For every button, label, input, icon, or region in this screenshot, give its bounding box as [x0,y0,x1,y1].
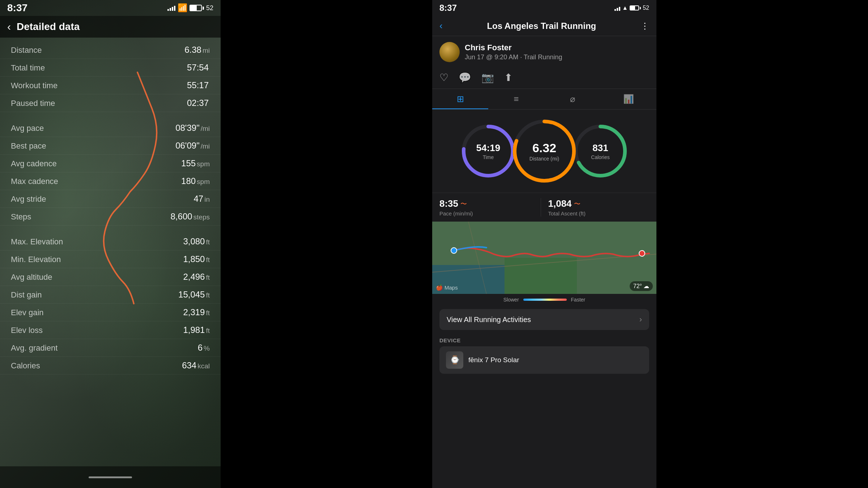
tab-list[interactable]: ≡ [488,89,544,109]
map-route [432,222,656,294]
row-label: Avg cadence [11,159,57,168]
device-image: ⌚ [446,351,463,369]
left-header-title: Detailed data [17,21,80,33]
data-row: Avg pace 08'39"/mi [0,119,221,137]
row-value: 2,496ft [183,272,210,282]
like-button[interactable]: ♡ [439,72,448,84]
distance-label: Distance (mi) [529,156,559,162]
data-row: Best pace 06'09"/mi [0,137,221,155]
row-label: Calories [11,361,40,371]
calories-label: Calories [591,154,609,160]
row-label: Avg. gradient [11,343,58,353]
signal-icon [167,5,175,11]
phone-screen: 8:37 ▲ 52 ‹ Los Angeles Trail Running ⋮ [432,0,656,488]
data-row: Workout time 55:17 [0,77,221,94]
pace-value-row: 8:35 〜 [439,198,541,209]
row-label: Workout time [11,81,58,90]
right-battery-percent: 52 [643,5,649,11]
time-value: 54:19 [476,142,501,154]
device-section-label: DEVICE [439,337,649,343]
ascent-label: Total Ascent (ft) [548,210,650,217]
left-status-time: 8:37 [7,2,27,14]
left-bottom-bar [0,466,221,488]
right-back-button[interactable]: ‹ [439,20,443,31]
left-status-icons: 📶 52 [167,3,213,13]
speed-legend: Slower Faster [432,294,656,305]
row-label: Elev loss [11,326,43,335]
data-row: Max. Elevation 3,080ft [0,233,221,251]
data-row: Calories 634kcal [0,357,221,374]
right-status-icons: ▲ 52 [614,5,649,11]
right-header: ‹ Los Angeles Trail Running ⋮ [432,16,656,36]
row-value: 634kcal [182,360,210,371]
right-status-bar: 8:37 ▲ 52 [432,0,656,16]
user-info: Chris Foster Jun 17 @ 9:20 AM · Trail Ru… [465,43,649,61]
right-status-time: 8:37 [439,3,457,13]
stats-circles: 54:19 Time 6.32 Distance (mi) [432,110,656,193]
row-label: Dist gain [11,290,42,300]
temperature-value: 72° [633,283,642,290]
tab-link[interactable]: ⌀ [544,89,600,109]
weather-badge: 72° ☁ [630,281,653,291]
share-button[interactable]: ⬆ [504,72,512,84]
row-value: 02:37 [187,98,210,108]
row-label: Total time [11,63,45,73]
left-status-bar: 8:37 📶 52 [0,0,221,16]
cloud-icon: ☁ [643,283,649,290]
device-section: DEVICE ⌚ fēnix 7 Pro Solar [432,334,656,377]
watch-icon: ⌚ [450,355,460,365]
time-circle-content: 54:19 Time [476,142,501,160]
battery-percent: 52 [206,4,213,12]
row-label: Distance [11,46,42,55]
distance-circle-content: 6.32 Distance (mi) [529,141,559,162]
ascent-icon: 〜 [574,200,580,208]
apple-maps-badge: 🍎 Maps [436,284,458,291]
calories-circle-content: 831 Calories [591,142,609,160]
row-value: 1,981ft [183,325,210,335]
chevron-right-icon: › [639,315,642,324]
data-row: Avg altitude 2,496ft [0,268,221,286]
row-label: Max cadence [11,177,58,186]
data-row: Max cadence 180spm [0,172,221,190]
data-row: Dist gain 15,045ft [0,286,221,304]
view-all-button[interactable]: View All Running Activities › [439,309,649,330]
apple-icon: 🍎 [436,284,443,291]
pace-item: 8:35 〜 Pace (min/mi) [439,198,541,217]
right-panel: 8:37 ▲ 52 ‹ Los Angeles Trail Running ⋮ [221,0,868,488]
svg-point-12 [639,251,645,256]
view-all-label: View All Running Activities [447,316,531,324]
tab-chart[interactable]: 📊 [600,89,656,109]
row-label: Steps [11,212,31,222]
tab-stats-icon: ⊞ [457,94,464,104]
row-label: Min. Elevation [11,255,61,264]
more-options-button[interactable]: ⋮ [641,21,649,31]
row-value: 180spm [181,176,210,186]
row-value: 8,600steps [171,211,210,222]
maps-label: Maps [444,284,458,291]
row-value: 6% [198,343,210,353]
row-value: 2,319ft [183,307,210,317]
data-row: Total time 57:54 [0,59,221,77]
map-section-bg [432,222,656,294]
legend-faster: Faster [571,297,586,303]
map-section[interactable]: 🍎 Maps 72° ☁ [432,222,656,294]
camera-button[interactable]: 📷 [481,72,494,84]
back-button[interactable]: ‹ [7,21,11,33]
time-circle: 54:19 Time [459,122,517,180]
data-row: Elev gain 2,319ft [0,304,221,321]
tab-stats[interactable]: ⊞ [432,89,488,109]
row-label: Avg altitude [11,273,52,282]
right-header-title: Los Angeles Trail Running [443,21,641,31]
comment-button[interactable]: 💬 [459,72,471,84]
row-value: 155spm [181,158,210,168]
row-value: 08'39"/mi [175,123,210,133]
right-battery-icon [630,5,641,10]
ascent-value: 1,084 [548,198,572,209]
row-value: 15,045ft [178,290,210,300]
row-value: 3,080ft [183,236,210,247]
user-section: Chris Foster Jun 17 @ 9:20 AM · Trail Ru… [432,36,656,68]
data-row: Avg cadence 155spm [0,155,221,172]
left-header: ‹ Detailed data [0,16,221,38]
ascent-value-row: 1,084 〜 [548,198,650,209]
row-value: 1,850ft [183,254,210,264]
